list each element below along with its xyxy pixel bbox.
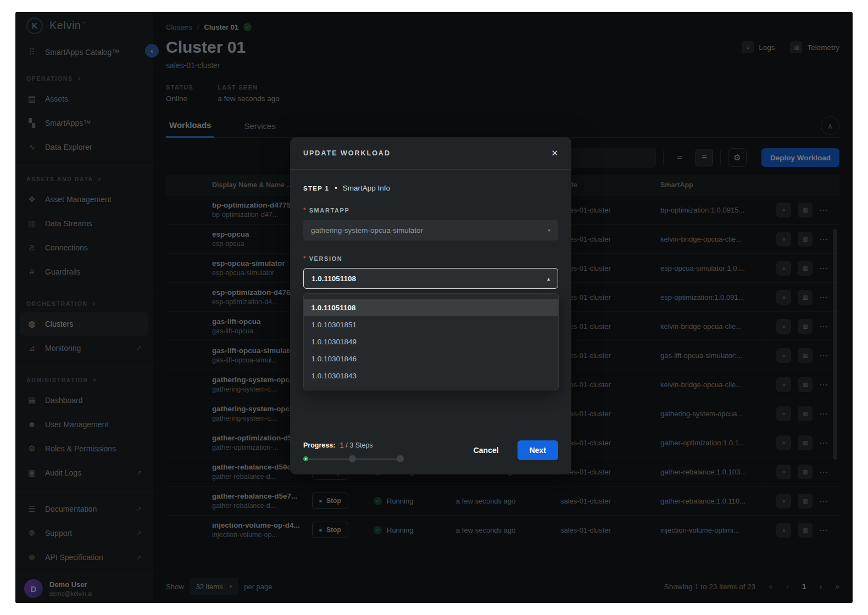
progress-label: Progress: xyxy=(303,441,335,449)
version-option[interactable]: 1.0.11051108 xyxy=(304,299,558,316)
progress-block: Progress: 1 / 3 Steps xyxy=(303,441,404,462)
progress-value: 1 / 3 Steps xyxy=(340,441,373,449)
smartapp-select-value: gathering-system-opcua-simulator xyxy=(311,226,423,234)
step-connector xyxy=(308,459,349,460)
step-dot xyxy=(397,455,404,462)
next-button[interactable]: Next xyxy=(518,440,558,460)
required-marker: * xyxy=(303,255,306,262)
update-workload-modal: UPDATE WORKLOAD ✕ STEP 1 • SmartApp Info… xyxy=(290,137,571,474)
version-option[interactable]: 1.0.10301851 xyxy=(304,316,558,333)
smartapp-label-text: SMARTAPP xyxy=(309,207,350,214)
step-label: STEP 1 xyxy=(303,185,329,192)
step-name: SmartApp Info xyxy=(343,184,390,192)
smartapp-field-label: * SMARTAPP xyxy=(303,206,558,214)
step-connector xyxy=(356,459,397,460)
smartapp-select[interactable]: gathering-system-opcua-simulator ▾ xyxy=(303,220,558,241)
version-label-text: VERSION xyxy=(309,255,343,262)
modal-title: UPDATE WORKLOAD xyxy=(303,149,391,157)
version-dropdown: 1.0.11051108 1.0.10301851 1.0.10301849 1… xyxy=(303,293,559,390)
version-option[interactable]: 1.0.10301846 xyxy=(304,350,558,367)
version-option[interactable]: 1.0.10301849 xyxy=(304,333,558,350)
version-option[interactable]: 1.0.10301843 xyxy=(304,367,558,384)
required-marker: * xyxy=(303,206,306,214)
version-select-value: 1.0.11051108 xyxy=(311,275,356,283)
caret-down-icon: ▾ xyxy=(548,227,550,233)
caret-up-icon: ▴ xyxy=(547,276,550,282)
step-dot-active xyxy=(303,456,308,461)
bullet-icon: • xyxy=(335,184,337,192)
close-icon[interactable]: ✕ xyxy=(551,148,558,158)
step-indicator: STEP 1 • SmartApp Info xyxy=(303,184,558,192)
version-select[interactable]: 1.0.11051108 ▴ 1.0.11051108 1.0.10301851… xyxy=(303,268,558,289)
version-field-label: * VERSION xyxy=(303,255,558,262)
progress-steps xyxy=(303,455,404,462)
app-window: K Kelvin™ ‹ ⠿ SmartApps Catalog™ OPERATI… xyxy=(15,12,853,603)
step-dot xyxy=(349,455,356,462)
cancel-button[interactable]: Cancel xyxy=(470,445,502,455)
